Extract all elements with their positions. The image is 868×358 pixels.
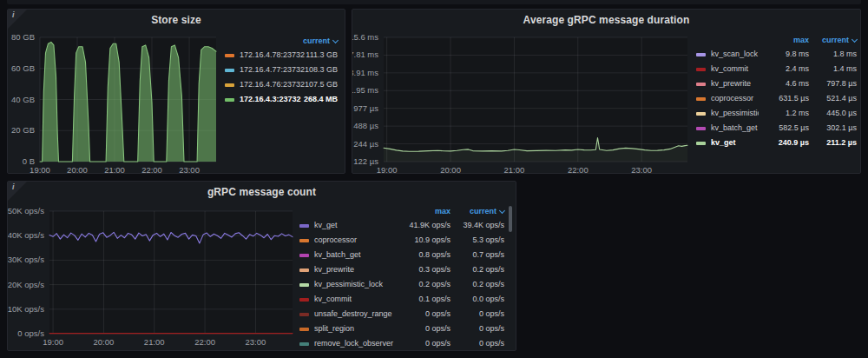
- series-label[interactable]: kv_batch_get: [711, 124, 759, 132]
- legend-sort-max[interactable]: max: [759, 36, 809, 44]
- legend-row[interactable]: kv_batch_get 582.5 µs 302.1 µs: [696, 121, 857, 136]
- series-current-value: 521.4 µs: [809, 95, 857, 103]
- series-max-value: 0.2 ops/s: [398, 281, 450, 288]
- svg-text:23:00: 23:00: [179, 165, 200, 173]
- legend-row[interactable]: coprocessor 10.9 ops/s 5.3 ops/s: [299, 233, 504, 248]
- svg-text:40 GB: 40 GB: [11, 95, 35, 104]
- series-current-value: 39.4K ops/s: [450, 222, 504, 229]
- series-current-value: 108.3 GB: [305, 66, 338, 74]
- legend-sort-current[interactable]: current: [303, 37, 338, 45]
- svg-text:30K ops/s: 30K ops/s: [8, 255, 44, 264]
- series-color-swatch: [696, 112, 706, 116]
- series-label[interactable]: 172.16.4.3:23732: [240, 96, 301, 103]
- series-label[interactable]: kv_commit: [314, 295, 398, 303]
- series-max-value: 41.9K ops/s: [398, 222, 450, 229]
- series-label[interactable]: kv_prewrite: [314, 266, 398, 274]
- series-label[interactable]: kv_prewrite: [711, 80, 759, 88]
- svg-text:488 µs: 488 µs: [353, 121, 378, 130]
- svg-text:22:00: 22:00: [194, 337, 215, 347]
- legend-header: max current: [299, 204, 504, 218]
- panel-title[interactable]: Average gRPC message duration: [378, 14, 834, 26]
- svg-text:3.91 ms: 3.91 ms: [352, 68, 378, 77]
- legend-row[interactable]: kv_scan_lock 9.8 ms 1.8 ms: [696, 47, 857, 62]
- series-label[interactable]: 172.16.4.77:23732: [240, 66, 305, 74]
- legend-row[interactable]: kv_pessimistic_lock 1.2 ms 445.0 µs: [696, 106, 857, 121]
- legend-row[interactable]: kv_get 240.9 µs 211.2 µs: [696, 136, 857, 150]
- panel-info-corner[interactable]: i: [8, 10, 27, 29]
- series-max-value: 240.9 µs: [759, 139, 809, 147]
- panel-grpc-duration: Average gRPC message duration 122 µs244 …: [352, 9, 861, 174]
- series-label[interactable]: 172.16.4.78:23732: [240, 51, 305, 59]
- svg-text:0 ops/s: 0 ops/s: [17, 328, 44, 338]
- legend-row[interactable]: 172.16.4.77:23732 108.3 GB: [225, 63, 338, 77]
- svg-text:244 µs: 244 µs: [353, 139, 378, 149]
- panel-title[interactable]: Store size: [34, 14, 319, 26]
- series-current-value: 0.2 ops/s: [450, 281, 504, 288]
- panel-title[interactable]: gRPC message count: [34, 186, 490, 198]
- series-label[interactable]: kv_get: [711, 139, 759, 147]
- series-color-swatch: [696, 83, 706, 86]
- svg-text:20K ops/s: 20K ops/s: [8, 280, 44, 289]
- series-label[interactable]: kv_commit: [711, 65, 759, 73]
- svg-text:21:00: 21:00: [144, 337, 165, 347]
- series-max-value: 2.4 ms: [759, 65, 809, 73]
- legend-row[interactable]: split_region 0 ops/s 0 ops/s: [299, 322, 504, 336]
- series-label[interactable]: kv_pessimistic_lock: [711, 109, 759, 117]
- legend-row[interactable]: kv_commit 0.1 ops/s 0.0 ops/s: [299, 292, 504, 307]
- series-label[interactable]: 172.16.4.76:23732: [240, 81, 305, 89]
- series-label[interactable]: coprocessor: [711, 95, 759, 103]
- svg-text:20:00: 20:00: [440, 165, 461, 173]
- legend-row[interactable]: coprocessor 631.5 µs 521.4 µs: [696, 91, 857, 106]
- series-max-value: 4.6 ms: [759, 80, 809, 88]
- chevron-down-icon: [332, 36, 339, 43]
- series-color-swatch: [696, 127, 706, 130]
- series-label[interactable]: coprocessor: [314, 236, 398, 244]
- series-label[interactable]: remove_lock_observer: [314, 340, 398, 348]
- legend-row[interactable]: kv_prewrite 0.3 ops/s 0.2 ops/s: [299, 262, 504, 277]
- panel-info-corner[interactable]: i: [8, 182, 27, 201]
- series-label[interactable]: kv_scan_lock: [711, 50, 759, 58]
- series-current-value: 0 ops/s: [450, 310, 504, 318]
- series-color-swatch: [299, 224, 309, 228]
- series-current-value: 0.0 ops/s: [450, 295, 504, 303]
- legend-row[interactable]: kv_prewrite 4.6 ms 797.8 µs: [696, 76, 857, 91]
- svg-text:10K ops/s: 10K ops/s: [8, 304, 44, 314]
- legend-scrollbar[interactable]: [509, 206, 512, 232]
- legend-sort-current[interactable]: current: [809, 36, 857, 44]
- chevron-down-icon: [499, 207, 505, 213]
- series-label[interactable]: unsafe_destroy_range: [314, 310, 398, 318]
- legend-row[interactable]: kv_pessimistic_lock 0.2 ops/s 0.2 ops/s: [299, 277, 504, 292]
- series-current-value: 211.2 µs: [809, 139, 857, 147]
- legend-sort-max[interactable]: max: [398, 208, 450, 215]
- series-current-value: 111.3 GB: [306, 51, 338, 59]
- series-max-value: 0 ops/s: [398, 340, 450, 348]
- series-color-swatch: [225, 69, 234, 72]
- legend-sort-current[interactable]: current: [450, 208, 504, 215]
- legend-row[interactable]: 172.16.4.76:23732 107.5 GB: [225, 77, 338, 92]
- series-color-swatch: [299, 342, 309, 346]
- series-max-value: 582.5 µs: [759, 124, 809, 132]
- panel-store-size: i Store size 0 B20 GB40 GB60 GB80 GB19:0…: [7, 9, 345, 174]
- legend-row[interactable]: 172.16.4.3:23732 268.4 MB: [225, 92, 338, 107]
- info-icon: i: [12, 182, 15, 191]
- series-label[interactable]: kv_batch_get: [314, 251, 398, 259]
- store-size-legend: current 172.16.4.78:23732 111.3 GB 172.1…: [225, 34, 338, 107]
- svg-text:7.81 ms: 7.81 ms: [352, 50, 378, 59]
- legend-row[interactable]: kv_batch_get 0.8 ops/s 0.7 ops/s: [299, 248, 504, 262]
- grafana-dashboard: { "theme": { "dashboard_bg": "#0d0e12", …: [0, 0, 868, 358]
- series-label[interactable]: split_region: [314, 325, 398, 333]
- series-label[interactable]: kv_get: [314, 222, 398, 229]
- series-current-value: 0.7 ops/s: [450, 251, 504, 259]
- legend-row[interactable]: unsafe_destroy_range 0 ops/s 0 ops/s: [299, 307, 504, 322]
- legend-row[interactable]: kv_get 41.9K ops/s 39.4K ops/s: [299, 218, 504, 233]
- legend-row[interactable]: 172.16.4.78:23732 111.3 GB: [225, 48, 338, 63]
- legend-row[interactable]: remove_lock_observer 0 ops/s 0 ops/s: [299, 336, 504, 351]
- chevron-down-icon: [852, 36, 858, 42]
- series-color-swatch: [696, 68, 706, 71]
- svg-text:977 µs: 977 µs: [353, 103, 378, 113]
- svg-text:20 GB: 20 GB: [11, 125, 35, 135]
- series-label[interactable]: kv_pessimistic_lock: [314, 281, 398, 288]
- svg-text:19:00: 19:00: [377, 165, 398, 173]
- legend-row[interactable]: kv_commit 2.4 ms 1.4 ms: [696, 62, 857, 76]
- series-current-value: 0.2 ops/s: [450, 266, 504, 274]
